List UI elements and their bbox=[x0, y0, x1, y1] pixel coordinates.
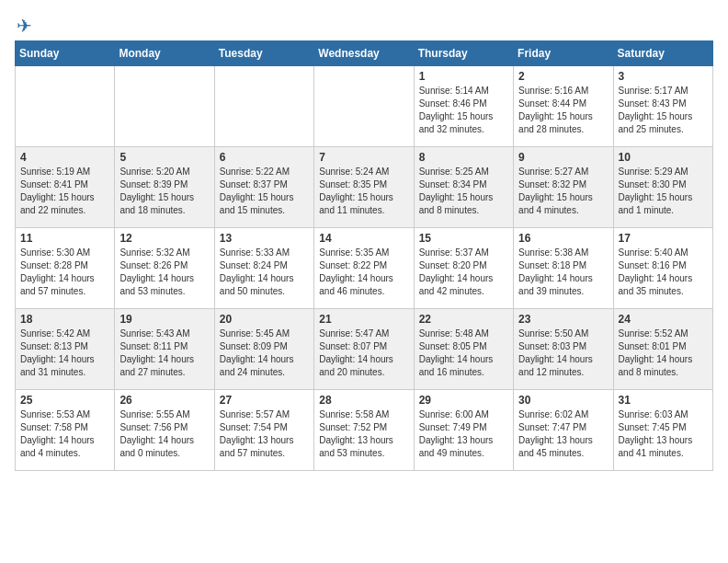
day-number: 3 bbox=[619, 70, 708, 83]
calendar-cell: 2Sunrise: 5:16 AM Sunset: 8:44 PM Daylig… bbox=[514, 66, 613, 147]
day-of-week-header: Saturday bbox=[613, 41, 712, 66]
calendar-cell: 13Sunrise: 5:33 AM Sunset: 8:24 PM Dayli… bbox=[214, 228, 313, 309]
day-of-week-header: Tuesday bbox=[214, 41, 313, 66]
day-number: 27 bbox=[220, 394, 309, 407]
day-info: Sunrise: 5:22 AM Sunset: 8:37 PM Dayligh… bbox=[220, 166, 309, 217]
day-info: Sunrise: 5:53 AM Sunset: 7:58 PM Dayligh… bbox=[20, 408, 109, 460]
day-number: 4 bbox=[20, 151, 109, 164]
calendar-cell: 9Sunrise: 5:27 AM Sunset: 8:32 PM Daylig… bbox=[514, 147, 613, 228]
day-number: 6 bbox=[220, 151, 309, 164]
calendar-cell: 18Sunrise: 5:42 AM Sunset: 8:13 PM Dayli… bbox=[16, 309, 115, 390]
day-number: 1 bbox=[419, 70, 508, 83]
day-info: Sunrise: 5:45 AM Sunset: 8:09 PM Dayligh… bbox=[220, 327, 309, 379]
day-info: Sunrise: 5:47 AM Sunset: 8:07 PM Dayligh… bbox=[319, 327, 408, 379]
calendar-week-row: 11Sunrise: 5:30 AM Sunset: 8:28 PM Dayli… bbox=[16, 228, 713, 309]
day-number: 31 bbox=[619, 394, 708, 407]
day-number: 15 bbox=[419, 232, 508, 245]
day-info: Sunrise: 5:24 AM Sunset: 8:35 PM Dayligh… bbox=[319, 166, 408, 217]
day-info: Sunrise: 6:00 AM Sunset: 7:49 PM Dayligh… bbox=[419, 408, 508, 460]
day-number: 21 bbox=[319, 313, 408, 326]
day-number: 13 bbox=[220, 232, 309, 245]
logo: ✈ bbox=[15, 15, 32, 33]
day-number: 25 bbox=[20, 394, 109, 407]
day-number: 20 bbox=[220, 313, 309, 326]
day-info: Sunrise: 5:55 AM Sunset: 7:56 PM Dayligh… bbox=[119, 408, 209, 460]
day-info: Sunrise: 5:50 AM Sunset: 8:03 PM Dayligh… bbox=[518, 327, 608, 379]
day-info: Sunrise: 5:40 AM Sunset: 8:16 PM Dayligh… bbox=[619, 247, 708, 298]
day-number: 30 bbox=[518, 394, 608, 407]
calendar-cell: 4Sunrise: 5:19 AM Sunset: 8:41 PM Daylig… bbox=[16, 147, 115, 228]
day-info: Sunrise: 6:02 AM Sunset: 7:47 PM Dayligh… bbox=[518, 408, 608, 460]
day-number: 2 bbox=[518, 70, 608, 83]
calendar-week-row: 1Sunrise: 5:14 AM Sunset: 8:46 PM Daylig… bbox=[16, 66, 713, 147]
day-info: Sunrise: 5:29 AM Sunset: 8:30 PM Dayligh… bbox=[619, 166, 708, 217]
calendar-cell: 1Sunrise: 5:14 AM Sunset: 8:46 PM Daylig… bbox=[414, 66, 513, 147]
day-info: Sunrise: 5:27 AM Sunset: 8:32 PM Dayligh… bbox=[518, 166, 608, 217]
day-info: Sunrise: 5:35 AM Sunset: 8:22 PM Dayligh… bbox=[319, 247, 408, 298]
calendar-cell: 31Sunrise: 6:03 AM Sunset: 7:45 PM Dayli… bbox=[613, 390, 712, 471]
day-info: Sunrise: 5:57 AM Sunset: 7:54 PM Dayligh… bbox=[220, 408, 309, 460]
calendar-cell: 21Sunrise: 5:47 AM Sunset: 8:07 PM Dayli… bbox=[314, 309, 414, 390]
logo-bird-icon: ✈ bbox=[17, 15, 32, 37]
calendar-cell: 11Sunrise: 5:30 AM Sunset: 8:28 PM Dayli… bbox=[16, 228, 115, 309]
calendar-cell: 19Sunrise: 5:43 AM Sunset: 8:11 PM Dayli… bbox=[115, 309, 214, 390]
calendar-cell: 6Sunrise: 5:22 AM Sunset: 8:37 PM Daylig… bbox=[214, 147, 313, 228]
calendar-cell: 25Sunrise: 5:53 AM Sunset: 7:58 PM Dayli… bbox=[16, 390, 115, 471]
day-number: 16 bbox=[518, 232, 608, 245]
calendar-week-row: 18Sunrise: 5:42 AM Sunset: 8:13 PM Dayli… bbox=[16, 309, 713, 390]
day-info: Sunrise: 5:30 AM Sunset: 8:28 PM Dayligh… bbox=[20, 247, 109, 298]
calendar-cell: 8Sunrise: 5:25 AM Sunset: 8:34 PM Daylig… bbox=[414, 147, 513, 228]
day-number: 10 bbox=[619, 151, 708, 164]
day-number: 11 bbox=[20, 232, 109, 245]
calendar-cell: 28Sunrise: 5:58 AM Sunset: 7:52 PM Dayli… bbox=[314, 390, 414, 471]
calendar-cell: 24Sunrise: 5:52 AM Sunset: 8:01 PM Dayli… bbox=[613, 309, 712, 390]
calendar-cell bbox=[16, 66, 115, 147]
calendar-cell: 17Sunrise: 5:40 AM Sunset: 8:16 PM Dayli… bbox=[613, 228, 712, 309]
day-number: 29 bbox=[419, 394, 508, 407]
day-info: Sunrise: 5:33 AM Sunset: 8:24 PM Dayligh… bbox=[220, 247, 309, 298]
day-info: Sunrise: 5:52 AM Sunset: 8:01 PM Dayligh… bbox=[619, 327, 708, 379]
day-number: 18 bbox=[20, 313, 109, 326]
day-info: Sunrise: 5:20 AM Sunset: 8:39 PM Dayligh… bbox=[119, 166, 209, 217]
calendar-cell: 3Sunrise: 5:17 AM Sunset: 8:43 PM Daylig… bbox=[613, 66, 712, 147]
day-info: Sunrise: 5:42 AM Sunset: 8:13 PM Dayligh… bbox=[20, 327, 109, 379]
day-number: 5 bbox=[119, 151, 209, 164]
day-number: 8 bbox=[419, 151, 508, 164]
day-number: 28 bbox=[319, 394, 408, 407]
day-number: 26 bbox=[119, 394, 209, 407]
calendar-cell: 12Sunrise: 5:32 AM Sunset: 8:26 PM Dayli… bbox=[115, 228, 214, 309]
day-info: Sunrise: 5:25 AM Sunset: 8:34 PM Dayligh… bbox=[419, 166, 508, 217]
calendar-cell: 5Sunrise: 5:20 AM Sunset: 8:39 PM Daylig… bbox=[115, 147, 214, 228]
calendar-cell: 15Sunrise: 5:37 AM Sunset: 8:20 PM Dayli… bbox=[414, 228, 513, 309]
day-info: Sunrise: 5:48 AM Sunset: 8:05 PM Dayligh… bbox=[419, 327, 508, 379]
day-info: Sunrise: 5:19 AM Sunset: 8:41 PM Dayligh… bbox=[20, 166, 109, 217]
calendar-cell: 27Sunrise: 5:57 AM Sunset: 7:54 PM Dayli… bbox=[214, 390, 313, 471]
day-of-week-header: Monday bbox=[115, 41, 214, 66]
day-info: Sunrise: 5:17 AM Sunset: 8:43 PM Dayligh… bbox=[619, 85, 708, 136]
calendar-cell bbox=[115, 66, 214, 147]
header: ✈ bbox=[15, 15, 713, 33]
day-info: Sunrise: 5:32 AM Sunset: 8:26 PM Dayligh… bbox=[119, 247, 209, 298]
day-number: 17 bbox=[619, 232, 708, 245]
day-number: 23 bbox=[518, 313, 608, 326]
calendar-cell: 23Sunrise: 5:50 AM Sunset: 8:03 PM Dayli… bbox=[514, 309, 613, 390]
day-info: Sunrise: 5:38 AM Sunset: 8:18 PM Dayligh… bbox=[518, 247, 608, 298]
day-number: 14 bbox=[319, 232, 408, 245]
calendar-cell: 20Sunrise: 5:45 AM Sunset: 8:09 PM Dayli… bbox=[214, 309, 313, 390]
day-number: 12 bbox=[119, 232, 209, 245]
day-of-week-header: Thursday bbox=[414, 41, 513, 66]
calendar-cell bbox=[314, 66, 414, 147]
calendar-cell: 16Sunrise: 5:38 AM Sunset: 8:18 PM Dayli… bbox=[514, 228, 613, 309]
day-info: Sunrise: 5:58 AM Sunset: 7:52 PM Dayligh… bbox=[319, 408, 408, 460]
calendar-cell: 14Sunrise: 5:35 AM Sunset: 8:22 PM Dayli… bbox=[314, 228, 414, 309]
calendar-cell: 30Sunrise: 6:02 AM Sunset: 7:47 PM Dayli… bbox=[514, 390, 613, 471]
day-info: Sunrise: 6:03 AM Sunset: 7:45 PM Dayligh… bbox=[619, 408, 708, 460]
calendar-week-row: 4Sunrise: 5:19 AM Sunset: 8:41 PM Daylig… bbox=[16, 147, 713, 228]
calendar-table: SundayMondayTuesdayWednesdayThursdayFrid… bbox=[15, 40, 713, 471]
calendar-cell: 22Sunrise: 5:48 AM Sunset: 8:05 PM Dayli… bbox=[414, 309, 513, 390]
calendar-cell bbox=[214, 66, 313, 147]
day-number: 9 bbox=[518, 151, 608, 164]
calendar-cell: 10Sunrise: 5:29 AM Sunset: 8:30 PM Dayli… bbox=[613, 147, 712, 228]
calendar-header-row: SundayMondayTuesdayWednesdayThursdayFrid… bbox=[16, 41, 713, 66]
day-of-week-header: Sunday bbox=[16, 41, 115, 66]
